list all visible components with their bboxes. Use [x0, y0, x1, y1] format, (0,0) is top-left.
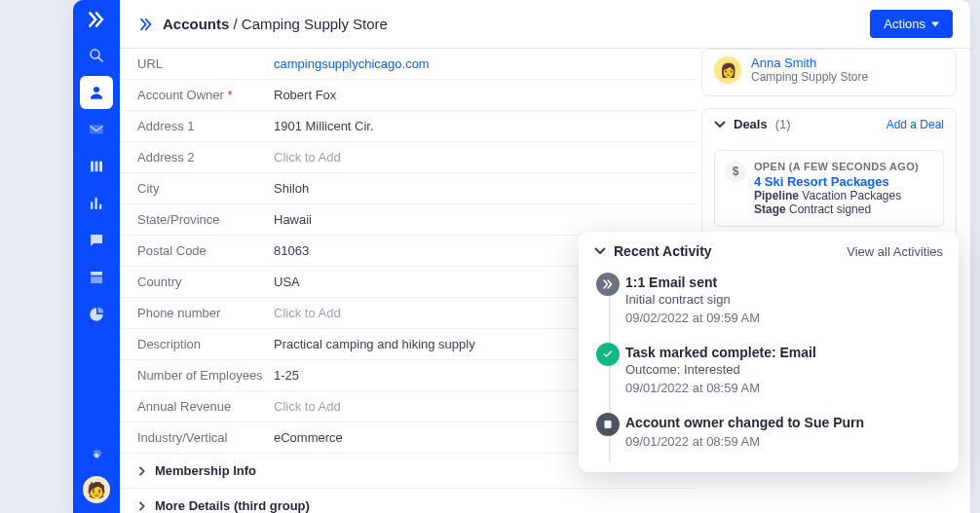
- contact-avatar[interactable]: 👩: [714, 56, 741, 84]
- svg-rect-9: [91, 276, 102, 283]
- app-logo[interactable]: [87, 10, 106, 29]
- field-value[interactable]: 1901 Millicent Cir.: [274, 119, 374, 133]
- mail-icon[interactable]: [80, 113, 113, 146]
- activity-item[interactable]: Account owner changed to Sue Purn09/01/2…: [625, 409, 943, 462]
- field-value[interactable]: Robert Fox: [274, 88, 336, 102]
- field-value[interactable]: Click to Add: [274, 399, 341, 414]
- field-value[interactable]: 1-25: [274, 368, 299, 383]
- dollar-icon: $: [725, 161, 746, 182]
- field-value[interactable]: Shiloh: [274, 181, 309, 196]
- chevron-right-icon: [137, 501, 147, 511]
- field-label: URL: [137, 56, 274, 71]
- field-label: State/Province: [137, 212, 274, 227]
- svg-rect-7: [99, 204, 101, 209]
- activity-subtitle: Initial contract sign: [625, 292, 943, 307]
- field-row[interactable]: Account Owner *Robert Fox: [120, 80, 697, 111]
- breadcrumb[interactable]: Accounts / Camping Supply Store: [163, 16, 388, 32]
- field-value[interactable]: 81063: [274, 243, 309, 258]
- activity-title-text: 1:1 Email sent: [625, 275, 943, 290]
- field-label: Account Owner *: [137, 88, 274, 102]
- field-row[interactable]: URLcampingsupplychicago.com: [120, 49, 697, 80]
- svg-rect-3: [95, 162, 98, 172]
- user-avatar[interactable]: 🧑: [83, 476, 110, 503]
- collapsible-section[interactable]: More Details (third group): [120, 489, 697, 513]
- field-label: Country: [137, 275, 274, 289]
- contact-name[interactable]: Anna Smith: [751, 55, 868, 70]
- deal-item[interactable]: $ OPEN (A FEW SECONDS AGO) 4 Ski Resort …: [714, 150, 944, 227]
- field-value[interactable]: USA: [274, 275, 300, 289]
- svg-rect-11: [605, 421, 612, 428]
- activity-title-text: Account owner changed to Sue Purn: [625, 415, 943, 430]
- field-label: Address 2: [137, 150, 274, 165]
- add-deal-link[interactable]: Add a Deal: [886, 118, 944, 131]
- settings-icon[interactable]: [80, 439, 113, 472]
- svg-rect-6: [95, 198, 97, 209]
- deals-title: Deals: [734, 117, 768, 131]
- field-row[interactable]: CityShiloh: [120, 173, 697, 204]
- email-activity-icon: [596, 273, 620, 296]
- analytics-icon[interactable]: [80, 298, 113, 331]
- svg-point-1: [94, 87, 99, 92]
- deal-name[interactable]: 4 Ski Resort Packages: [754, 174, 919, 189]
- contacts-icon[interactable]: [80, 76, 113, 109]
- owner-activity-icon: [596, 413, 620, 436]
- field-value[interactable]: Click to Add: [274, 306, 341, 320]
- deal-status: OPEN (A FEW SECONDS AGO): [754, 161, 919, 172]
- chevron-right-icon: [137, 466, 147, 476]
- activity-title: Recent Activity: [614, 243, 712, 259]
- stage-label: Stage: [754, 202, 786, 216]
- deals-card: Deals (1) Add a Deal $ OPEN (A FEW SECON…: [701, 108, 957, 239]
- breadcrumb-sep: /: [229, 16, 242, 32]
- field-label: Industry/Vertical: [137, 430, 274, 445]
- activity-timestamp: 09/01/2022 at 08:59 AM: [625, 381, 943, 395]
- field-value[interactable]: Practical camping and hiking supply: [274, 337, 475, 351]
- field-row[interactable]: Address 2Click to Add: [120, 142, 697, 173]
- field-label: Phone number: [137, 306, 274, 320]
- activity-subtitle: Outcome: Interested: [625, 362, 943, 377]
- sidebar: 🧑: [73, 0, 120, 513]
- chevron-down-icon[interactable]: [594, 245, 606, 257]
- topbar: Accounts / Camping Supply Store Actions: [120, 0, 970, 49]
- field-row[interactable]: Address 11901 Millicent Cir.: [120, 111, 697, 142]
- activity-timestamp: 09/02/2022 at 09:59 AM: [625, 311, 943, 325]
- search-icon[interactable]: [80, 39, 113, 72]
- svg-rect-2: [91, 162, 94, 172]
- activity-timestamp: 09/01/2022 at 08:59 AM: [625, 434, 943, 449]
- chevron-down-icon[interactable]: [714, 119, 726, 130]
- svg-rect-4: [99, 162, 102, 172]
- field-label: Annual Revenue: [137, 399, 274, 414]
- field-value[interactable]: eCommerce: [274, 430, 343, 445]
- site-icon[interactable]: [80, 261, 113, 294]
- breadcrumb-current: Camping Supply Store: [242, 16, 388, 32]
- svg-rect-8: [91, 272, 102, 275]
- stage-value: Contract signed: [789, 202, 871, 216]
- field-value[interactable]: Hawaii: [274, 212, 312, 227]
- section-label: More Details (third group): [155, 498, 310, 513]
- activity-title-text: Task marked complete: Email: [625, 345, 943, 360]
- collapse-icon[interactable]: [137, 17, 153, 32]
- contact-company: Camping Supply Store: [751, 70, 868, 84]
- activity-item[interactable]: Task marked complete: EmailOutcome: Inte…: [625, 339, 943, 409]
- field-value[interactable]: Click to Add: [274, 150, 341, 165]
- field-label: Description: [137, 337, 274, 351]
- reports-icon[interactable]: [80, 187, 113, 220]
- pipeline-value: Vacation Packages: [802, 189, 901, 202]
- deals-count: (1): [775, 117, 791, 131]
- check-activity-icon: [596, 343, 620, 366]
- caret-down-icon: [931, 20, 939, 28]
- field-label: Address 1: [137, 119, 274, 133]
- chat-icon[interactable]: [80, 224, 113, 257]
- view-all-activities-link[interactable]: View all Activities: [847, 244, 943, 259]
- deals-icon[interactable]: [80, 150, 113, 183]
- svg-point-0: [91, 50, 99, 58]
- actions-button[interactable]: Actions: [870, 10, 953, 38]
- section-label: Membership Info: [155, 463, 256, 478]
- breadcrumb-root[interactable]: Accounts: [163, 16, 229, 32]
- pipeline-label: Pipeline: [754, 189, 799, 202]
- activity-panel: Recent Activity View all Activities 1:1 …: [579, 232, 959, 472]
- field-value[interactable]: campingsupplychicago.com: [274, 56, 430, 71]
- actions-button-label: Actions: [884, 17, 925, 31]
- svg-rect-5: [91, 202, 93, 210]
- activity-item[interactable]: 1:1 Email sentInitial contract sign09/02…: [625, 269, 943, 339]
- field-label: Number of Employees: [137, 368, 274, 383]
